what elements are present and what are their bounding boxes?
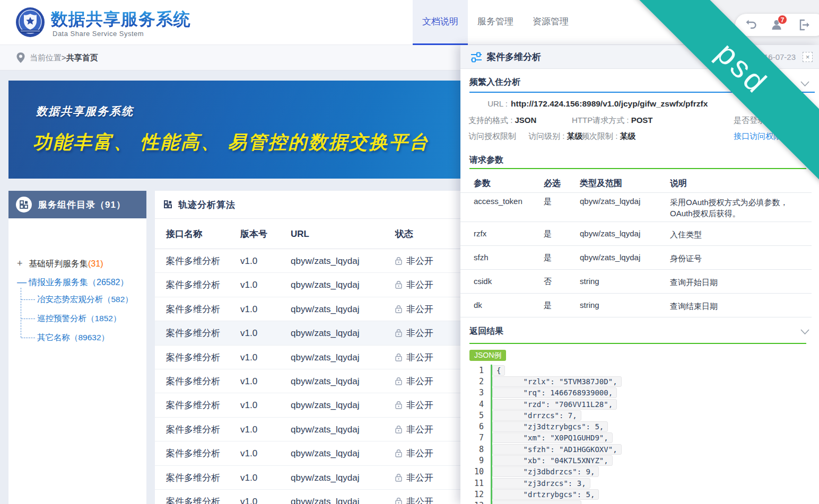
panel-body: 频繁入住分析 URL :http://172.424.156:8989/v1.0… (460, 69, 819, 504)
code-line: 4 "rzd": "706VV11L28", (468, 399, 819, 410)
table-title: 轨迹分析算法 (178, 199, 236, 211)
column-header: URL (291, 219, 309, 249)
chevron-down-icon[interactable] (800, 79, 809, 89)
screen: 数据共享服务系统 Data Share Service System 文档说明服… (0, 0, 819, 504)
section-api-title: 频繁入住分析 (469, 77, 520, 88)
param-column-header: 说明 (670, 178, 687, 189)
code-line: 5 "drrzcs": 7, (468, 410, 819, 421)
auth-field: 频次限制 : 某级 (581, 131, 636, 142)
breadcrumb-location: 当前位置 (30, 53, 62, 62)
column-header: 接口名称 (166, 219, 202, 249)
breadcrumb-separator: > (62, 53, 66, 62)
location-pin-icon (16, 52, 25, 66)
param-row: rzfx是qbyw/zats_lqydaj入住类型 (460, 222, 812, 246)
sidebar-item-0[interactable]: +基础研判服务集(31) (17, 258, 103, 269)
sidebar-title: 服务组件目录（91） (38, 199, 126, 211)
nav-tabs: 文档说明服务管理资源管理 (413, 0, 578, 45)
app-subtitle: Data Share Service System (53, 30, 144, 38)
column-header: 版本号 (240, 219, 267, 249)
code-line: 6 "zj3dtzrybgcs": 5, (468, 421, 819, 432)
json-example-badge: JSON例 (469, 350, 506, 361)
section-divider-green (469, 343, 806, 344)
user-button[interactable]: 7 (770, 18, 784, 32)
url-label: URL : (468, 99, 508, 108)
meta-field: 支持的格式 : JSON (468, 116, 536, 126)
code-line: 7 "xm": "X0PQ1GUHD9", (468, 432, 819, 444)
sliders-icon (470, 51, 483, 66)
auth-label: 访问授权限制 (468, 131, 516, 142)
result-section-title: 返回结果 (469, 326, 503, 337)
code-line: 10 "zj3dbdrzcs": 9, (468, 466, 819, 478)
code-line: 2 "rzlx": "5TVM387J0D", (468, 376, 819, 387)
code-line: 1{ (468, 365, 819, 376)
breadcrumb: 当前位置>共享首页 (30, 45, 98, 70)
meta-field: HTTP请求方式 : POST (572, 116, 653, 126)
url-row: URL :http://172.424.156:8989/v1.0/jcyp/g… (468, 99, 708, 109)
section-divider-green (469, 168, 806, 169)
sidebar-child-item[interactable]: 冶安态势宏观分析（582） (21, 294, 133, 305)
param-row: sfzh是qbyw/zats_lqydaj身份证号 (460, 246, 812, 270)
url-value: http://172.424.156:8989/v1.0/jcyp/gifw_z… (511, 99, 708, 108)
sidebar-item-1[interactable]: —情报业务服务集（26582） (17, 276, 129, 288)
param-column-header: 参数 (474, 178, 491, 189)
grid-icon (16, 197, 32, 213)
banner-slogan: 功能丰富、 性能高、 易管控的数据交换平台 (33, 130, 429, 155)
param-row: access_token是qbyw/zats_lqydaj采用OAuth授权方式… (460, 193, 812, 222)
service-catalog-card: 服务组件目录（91） +基础研判服务集(31)—情报业务服务集（26582）冶安… (8, 191, 146, 504)
param-column-header: 必选 (544, 178, 561, 189)
param-column-header: 类型及范围 (580, 178, 622, 189)
nav-tab-2[interactable]: 资源管理 (523, 0, 578, 45)
undo-button[interactable] (744, 18, 757, 32)
nav-tab-1[interactable]: 服务管理 (468, 0, 523, 45)
header-actions: 7 (735, 14, 819, 36)
sidebar-tree: +基础研判服务集(31)—情报业务服务集（26582）冶安态势宏观分析（582）… (8, 218, 146, 504)
code-line: 9 "xb": "04K7L5XNYZ", (468, 455, 819, 466)
logout-button[interactable] (798, 18, 812, 32)
auth-row: 访问授权限制 接口访问权限 访问级别 : 某级频次限制 : 某级 (460, 131, 819, 142)
param-row: csidk否string查询开始日期 (460, 270, 812, 294)
sidebar-child-item[interactable]: 其它名称（89632） (21, 332, 109, 343)
chevron-down-icon[interactable] (800, 328, 809, 337)
code-line: 13 (468, 500, 819, 504)
code-line: 12 "drtzrybgcs": 5, (468, 489, 819, 500)
app-title: 数据共享服务系统 (51, 8, 191, 31)
code-line: 3 "rq": 1466768939000, (468, 387, 819, 399)
close-icon[interactable]: × (803, 52, 813, 62)
params-section-title: 请求参数 (469, 155, 503, 166)
code-line: 8 "sfzh": "AD1HGGKOXV", (468, 444, 819, 455)
nav-tab-0[interactable]: 文档说明 (413, 0, 468, 45)
breadcrumb-current[interactable]: 共享首页 (66, 53, 98, 62)
column-header: 状态 (395, 219, 413, 249)
sidebar-child-item[interactable]: 巡控预警分析（1852） (21, 313, 121, 324)
sidebar-header: 服务组件目录（91） (8, 191, 146, 218)
code-lines: 1{2 "rzlx": "5TVM387J0D",3 "rq": 1466768… (468, 365, 819, 504)
param-row: dk是string查询结束日期 (460, 294, 812, 317)
code-line: 11 "zj3drzcs": 3, (468, 478, 819, 489)
auth-field: 访问级别 : 某级 (528, 131, 583, 142)
panel-title: 案件多维分析 (487, 45, 541, 69)
police-badge-logo (14, 6, 46, 38)
notification-badge: 7 (778, 15, 787, 24)
banner-title: 数据共享服务系统 (36, 104, 134, 119)
params-header: 参数 必选 类型及范围 说明 (460, 178, 819, 189)
grid-icon (164, 200, 172, 210)
params-rows: access_token是qbyw/zats_lqydaj采用OAuth授权方式… (460, 192, 812, 317)
